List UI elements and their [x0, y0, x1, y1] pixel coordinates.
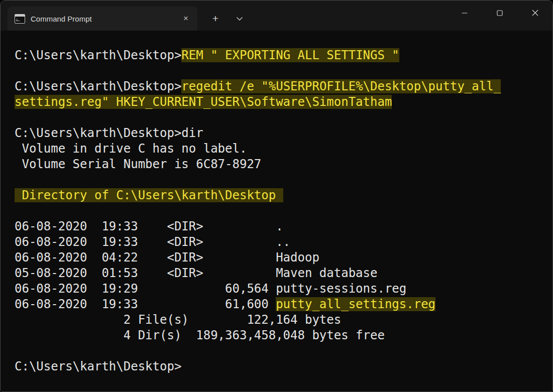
maximize-button[interactable] — [482, 1, 517, 27]
terminal-line: Directory of C:\Users\karth\Desktop — [15, 188, 545, 203]
terminal-output[interactable]: C:\Users\karth\Desktop>REM " EXPORTING A… — [1, 31, 552, 391]
terminal-line: 06-08-2020 19:33 <DIR> . — [15, 219, 545, 234]
highlighted-text: regedit /e "%USERPROFILE%\Desktop\putty_… — [181, 79, 501, 93]
terminal-text: 2 File(s) 122,164 bytes — [15, 313, 341, 327]
chevron-down-icon — [236, 14, 243, 23]
tab-close-icon[interactable]: × — [179, 12, 192, 25]
terminal-line: 06-08-2020 19:33 <DIR> .. — [15, 234, 545, 250]
terminal-line: 2 File(s) 122,164 bytes — [15, 312, 545, 328]
terminal-text: 4 Dir(s) 189,363,458,048 bytes free — [15, 328, 385, 342]
highlighted-text: settings.reg" HKEY_CURRENT_USER\Software… — [15, 95, 392, 109]
terminal-text: 05-08-2020 01:53 <DIR> Maven database — [15, 266, 377, 280]
terminal-line — [15, 203, 545, 219]
terminal-line: 4 Dir(s) 189,363,458,048 bytes free — [15, 328, 545, 343]
terminal-line — [15, 172, 545, 188]
terminal-line: 06-08-2020 19:33 61,600 putty_all_settin… — [15, 297, 545, 312]
tab-title: Command Prompt — [31, 15, 179, 23]
terminal-text: 06-08-2020 19:33 <DIR> .. — [15, 235, 290, 249]
terminal-line: Volume in drive C has no label. — [15, 141, 545, 157]
terminal-line: 06-08-2020 19:29 60,564 putty-sessions.r… — [15, 281, 545, 297]
highlighted-text: Directory of C:\Users\karth\Desktop — [15, 188, 283, 202]
terminal-text: Volume Serial Number is 6C87-8927 — [15, 157, 261, 171]
terminal-line: C:\Users\karth\Desktop>regedit /e "%USER… — [15, 79, 545, 94]
terminal-text: C:\Users\karth\Desktop> — [15, 79, 181, 93]
plus-icon: + — [212, 13, 218, 25]
close-icon — [532, 9, 538, 18]
highlighted-text: REM " EXPORTING ALL SETTINGS " — [181, 48, 399, 62]
tab-command-prompt[interactable]: Command Prompt × — [8, 7, 197, 31]
tab-bar: Command Prompt × + — [1, 1, 552, 31]
window-controls — [447, 1, 552, 27]
terminal-text: Volume in drive C has no label. — [15, 142, 247, 156]
terminal-line — [15, 343, 545, 359]
terminal-text: C:\Users\karth\Desktop> — [15, 48, 181, 62]
terminal-text: 06-08-2020 19:33 61,600 — [15, 297, 276, 311]
terminal-line: 06-08-2020 04:22 <DIR> Hadoop — [15, 250, 545, 266]
close-button[interactable] — [517, 1, 552, 27]
terminal-line: settings.reg" HKEY_CURRENT_USER\Software… — [15, 94, 545, 110]
terminal-window: Command Prompt × + — [0, 0, 553, 392]
terminal-line — [15, 110, 545, 125]
minimize-icon — [462, 9, 468, 18]
terminal-line: C:\Users\karth\Desktop>REM " EXPORTING A… — [15, 48, 545, 63]
terminal-line: Volume Serial Number is 6C87-8927 — [15, 157, 545, 172]
terminal-text: C:\Users\karth\Desktop> — [15, 359, 181, 373]
maximize-icon — [497, 9, 503, 18]
highlighted-text: putty_all_settings.reg — [276, 297, 435, 311]
terminal-text: C:\Users\karth\Desktop>dir — [15, 126, 203, 140]
terminal-line: C:\Users\karth\Desktop>dir — [15, 125, 545, 141]
terminal-line — [15, 63, 545, 79]
cmd-icon — [15, 14, 25, 24]
terminal-line: 05-08-2020 01:53 <DIR> Maven database — [15, 266, 545, 281]
terminal-text: 06-08-2020 19:29 60,564 putty-sessions.r… — [15, 282, 406, 296]
terminal-text: 06-08-2020 04:22 <DIR> Hadoop — [15, 250, 319, 265]
new-tab-button[interactable]: + — [205, 7, 226, 31]
minimize-button[interactable] — [447, 1, 482, 27]
terminal-line: C:\Users\karth\Desktop> — [15, 359, 545, 374]
terminal-text: 06-08-2020 19:33 <DIR> . — [15, 219, 283, 233]
tab-dropdown-button[interactable] — [230, 7, 250, 31]
